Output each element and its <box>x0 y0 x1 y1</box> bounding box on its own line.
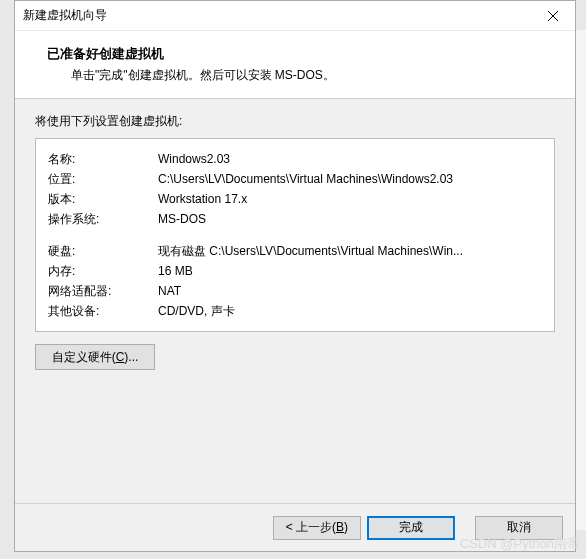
settings-label: 位置: <box>48 169 158 189</box>
dialog-title: 新建虚拟机向导 <box>23 7 107 24</box>
row-gap <box>48 229 542 241</box>
settings-value: NAT <box>158 281 542 301</box>
intro-text: 将使用下列设置创建虚拟机: <box>35 113 555 130</box>
titlebar: 新建虚拟机向导 <box>15 1 575 31</box>
finish-button[interactable]: 完成 <box>367 516 455 540</box>
header-section: 已准备好创建虚拟机 单击"完成"创建虚拟机。然后可以安装 MS-DOS。 <box>15 31 575 99</box>
wizard-dialog: 新建虚拟机向导 已准备好创建虚拟机 单击"完成"创建虚拟机。然后可以安装 MS-… <box>14 0 576 552</box>
settings-label: 其他设备: <box>48 301 158 321</box>
settings-label: 名称: <box>48 149 158 169</box>
settings-label: 版本: <box>48 189 158 209</box>
settings-row-network: 网络适配器: NAT <box>48 281 542 301</box>
cancel-button[interactable]: 取消 <box>475 516 563 540</box>
settings-value: C:\Users\LV\Documents\Virtual Machines\W… <box>158 169 542 189</box>
settings-row-other: 其他设备: CD/DVD, 声卡 <box>48 301 542 321</box>
customize-hardware-button[interactable]: 自定义硬件(C)... <box>35 344 155 370</box>
settings-value: Workstation 17.x <box>158 189 542 209</box>
settings-label: 硬盘: <box>48 241 158 261</box>
settings-label: 操作系统: <box>48 209 158 229</box>
close-button[interactable] <box>530 1 575 30</box>
body-section: 将使用下列设置创建虚拟机: 名称: Windows2.03 位置: C:\Use… <box>15 99 575 503</box>
settings-row-name: 名称: Windows2.03 <box>48 149 542 169</box>
settings-summary-box: 名称: Windows2.03 位置: C:\Users\LV\Document… <box>35 138 555 332</box>
settings-row-os: 操作系统: MS-DOS <box>48 209 542 229</box>
settings-row-disk: 硬盘: 现有磁盘 C:\Users\LV\Documents\Virtual M… <box>48 241 542 261</box>
close-icon <box>548 11 558 21</box>
settings-row-version: 版本: Workstation 17.x <box>48 189 542 209</box>
settings-row-location: 位置: C:\Users\LV\Documents\Virtual Machin… <box>48 169 542 189</box>
settings-label: 网络适配器: <box>48 281 158 301</box>
settings-value: MS-DOS <box>158 209 542 229</box>
header-title: 已准备好创建虚拟机 <box>47 45 551 63</box>
settings-value: Windows2.03 <box>158 149 542 169</box>
settings-value: CD/DVD, 声卡 <box>158 301 542 321</box>
settings-row-memory: 内存: 16 MB <box>48 261 542 281</box>
settings-value: 16 MB <box>158 261 542 281</box>
back-button[interactable]: < 上一步(B) <box>273 516 361 540</box>
footer: < 上一步(B) 完成 取消 <box>15 503 575 551</box>
header-subtitle: 单击"完成"创建虚拟机。然后可以安装 MS-DOS。 <box>47 67 551 84</box>
settings-value: 现有磁盘 C:\Users\LV\Documents\Virtual Machi… <box>158 241 542 261</box>
settings-label: 内存: <box>48 261 158 281</box>
